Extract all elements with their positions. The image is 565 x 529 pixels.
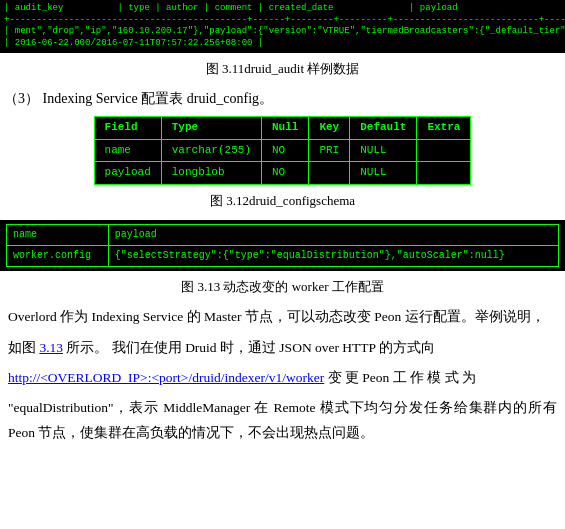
table-row: payload longblob NO NULL bbox=[94, 162, 471, 185]
terminal-line-3: | ment","drop","ip","160.10.200.17"},"pa… bbox=[4, 26, 561, 38]
worker-header-row: name payload bbox=[7, 224, 559, 245]
row1-type: varchar(255) bbox=[161, 139, 261, 162]
config-table-wrapper: Field Type Null Key Default Extra name v… bbox=[0, 116, 565, 185]
terminal-line-1: | audit_key | type | author | comment | … bbox=[4, 3, 561, 15]
worker-col1-header: name bbox=[7, 224, 109, 245]
row2-extra bbox=[417, 162, 471, 185]
worker-table: name payload worker.config {"selectStrat… bbox=[6, 224, 559, 267]
table-header-row: Field Type Null Key Default Extra bbox=[94, 116, 471, 139]
row1-key: PRI bbox=[309, 139, 350, 162]
row2-null: NO bbox=[261, 162, 308, 185]
row1-null: NO bbox=[261, 139, 308, 162]
row1-default: NULL bbox=[350, 139, 417, 162]
terminal-line-4: | 2016-06-22.000/2016-07-11T07:57:22.256… bbox=[4, 38, 561, 50]
row2-default: NULL bbox=[350, 162, 417, 185]
overlord-link[interactable]: http://<OVERLORD_IP>:<port>/druid/indexe… bbox=[8, 370, 324, 385]
paragraph-1: Overlord 作为 Indexing Service 的 Master 节点… bbox=[8, 305, 557, 329]
row2-field: payload bbox=[94, 162, 161, 185]
col-default: Default bbox=[350, 116, 417, 139]
row2-type: longblob bbox=[161, 162, 261, 185]
section-number: （3） bbox=[4, 91, 39, 106]
col-field: Field bbox=[94, 116, 161, 139]
figure-ref-313: 3.13 bbox=[39, 340, 63, 355]
figure-312-caption: 图 3.12druid_configschema bbox=[0, 191, 565, 212]
worker-col1-value: worker.config bbox=[7, 245, 109, 266]
paragraph-link-line: http://<OVERLORD_IP>:<port>/druid/indexe… bbox=[8, 366, 557, 390]
worker-col2-header: payload bbox=[108, 224, 558, 245]
col-key: Key bbox=[309, 116, 350, 139]
para3-text: 变 更 Peon 工 作 模 式 为 bbox=[328, 370, 477, 385]
worker-col2-value: {"selectStrategy":{"type":"equalDistribu… bbox=[108, 245, 558, 266]
audit-terminal-block: | audit_key | type | author | comment | … bbox=[0, 0, 565, 53]
section-3-heading: （3） Indexing Service 配置表 druid_config。 bbox=[0, 88, 565, 110]
config-table: Field Type Null Key Default Extra name v… bbox=[94, 116, 472, 185]
table-row: name varchar(255) NO PRI NULL bbox=[94, 139, 471, 162]
terminal-line-2: +---------------------------------------… bbox=[4, 15, 561, 27]
col-type: Type bbox=[161, 116, 261, 139]
paragraph-4: "equalDistribution"，表示 MiddleManager 在 R… bbox=[8, 396, 557, 445]
para4-text: "equalDistribution"，表示 MiddleManager 在 R… bbox=[8, 400, 557, 439]
col-extra: Extra bbox=[417, 116, 471, 139]
section-suffix: 配置表 druid_config。 bbox=[141, 91, 273, 106]
section-label: Indexing Service bbox=[43, 91, 138, 106]
worker-data-row: worker.config {"selectStrategy":{"type":… bbox=[7, 245, 559, 266]
worker-terminal-block: name payload worker.config {"selectStrat… bbox=[0, 220, 565, 271]
row2-key bbox=[309, 162, 350, 185]
figure-313-caption: 图 3.13 动态改变的 worker 工作配置 bbox=[0, 277, 565, 298]
para2-text: 所示。 我们在使用 Druid 时，通过 JSON over HTTP 的方式向 bbox=[63, 340, 435, 355]
row1-field: name bbox=[94, 139, 161, 162]
paragraph-2: 如图 3.13 所示。 我们在使用 Druid 时，通过 JSON over H… bbox=[8, 336, 557, 360]
para2-prefix: 如图 bbox=[8, 340, 39, 355]
col-null: Null bbox=[261, 116, 308, 139]
figure-311-caption: 图 3.11druid_audit 样例数据 bbox=[0, 59, 565, 80]
page-container: | audit_key | type | author | comment | … bbox=[0, 0, 565, 445]
para1-text1: Overlord 作为 Indexing Service 的 Master 节点… bbox=[8, 309, 545, 324]
row1-extra bbox=[417, 139, 471, 162]
